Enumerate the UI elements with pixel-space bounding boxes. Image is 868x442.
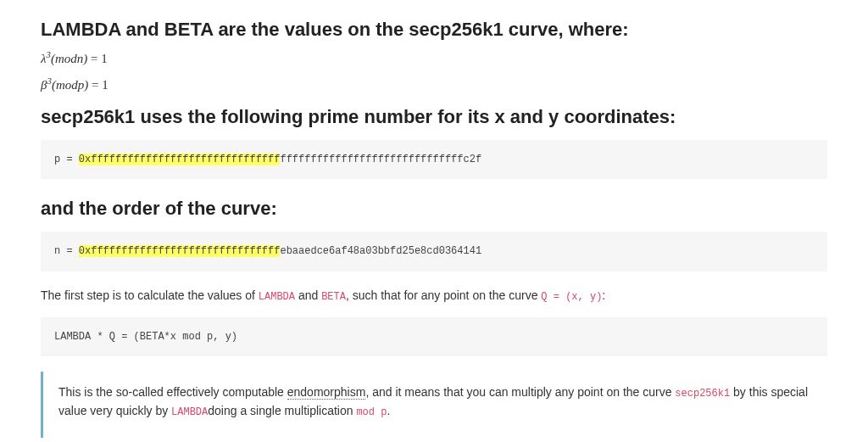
- term-endomorphism: endomorphism: [287, 385, 366, 400]
- inline-code-lambda: LAMBDA: [259, 291, 295, 303]
- math-mod: (modp): [52, 78, 88, 92]
- math-beta-cubed: β3(modp) = 1: [41, 76, 827, 95]
- text: :: [602, 288, 605, 302]
- inline-code-q: Q = (x, y): [541, 291, 602, 303]
- quote-paragraph: This is the so-called effectively comput…: [58, 383, 815, 420]
- heading-order: and the order of the curve:: [41, 194, 827, 223]
- code-block-n: n = 0xfffffffffffffffffffffffffffffffeba…: [41, 232, 827, 271]
- text: .: [387, 404, 390, 417]
- math-eq: = 1: [88, 78, 108, 92]
- code-text: n =: [54, 245, 79, 257]
- code-block-lambda-q: LAMBDA * Q = (BETA*x mod p, y): [41, 317, 827, 357]
- inline-code-lambda: LAMBDA: [171, 406, 208, 418]
- text: The first step is to calculate the value…: [41, 288, 259, 302]
- code-text: ffffffffffffffffffffffffffffffc2f: [280, 154, 481, 165]
- text: , and it means that you can multiply any…: [365, 385, 675, 399]
- code-text: ebaaedce6af48a03bbfd25e8cd0364141: [280, 245, 481, 257]
- math-lambda-cubed: λ3(modn) = 1: [41, 49, 827, 69]
- text: and: [295, 288, 321, 302]
- code-text: LAMBDA * Q = (BETA*x mod p, y): [54, 331, 237, 343]
- inline-code-modp: mod p: [356, 406, 387, 418]
- inline-code-secp256k1: secp256k1: [675, 388, 730, 400]
- text: , such that for any point on the curve: [346, 288, 541, 302]
- blockquote-endomorphism: This is the so-called effectively comput…: [41, 372, 827, 437]
- code-text: p =: [54, 154, 79, 165]
- heading-lambda-beta: LAMBDA and BETA are the values on the se…: [41, 15, 827, 44]
- code-highlight: 0xfffffffffffffffffffffffffffffff: [79, 245, 281, 257]
- text: doing a single multiplication: [208, 404, 356, 417]
- code-highlight: 0xfffffffffffffffffffffffffffffff: [79, 154, 281, 165]
- math-mod: (modn): [51, 52, 87, 65]
- code-block-p: p = 0xffffffffffffffffffffffffffffffffff…: [41, 140, 827, 180]
- inline-code-beta: BETA: [321, 291, 346, 303]
- math-eq: = 1: [87, 52, 107, 65]
- heading-prime: secp256k1 uses the following prime numbe…: [41, 103, 827, 131]
- paragraph-first-step: The first step is to calculate the value…: [41, 287, 827, 305]
- text: This is the so-called effectively comput…: [58, 385, 287, 399]
